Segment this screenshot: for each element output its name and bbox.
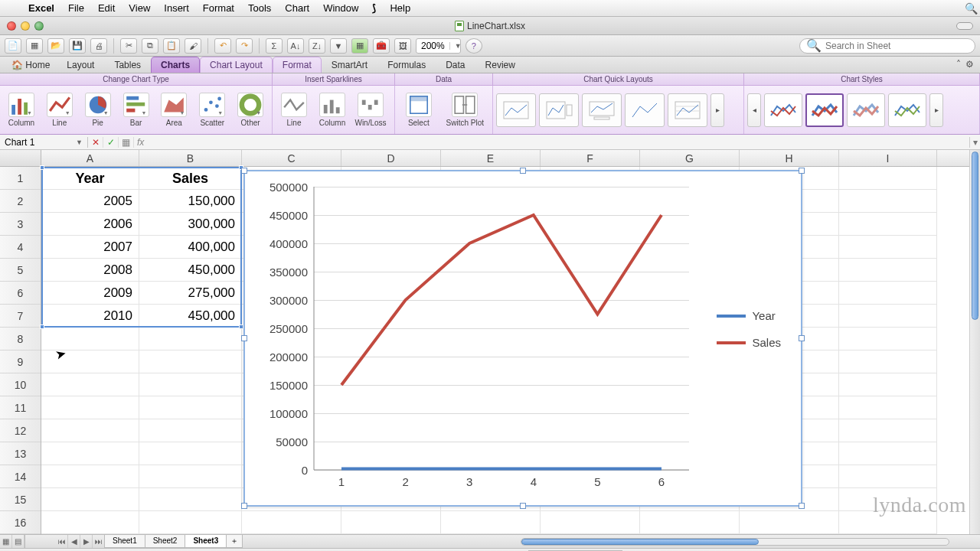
chart-legend[interactable]: YearSales [717,309,781,363]
tab-prev-icon[interactable]: ◀ [68,535,80,549]
cell-A14[interactable] [41,465,139,488]
print-button[interactable]: 🖨 [90,38,107,54]
spotlight-icon[interactable]: 🔍 [962,2,980,15]
close-icon[interactable] [7,21,16,31]
row-header-2[interactable]: 2 [0,190,41,213]
select-all-corner[interactable] [0,150,41,166]
cell-A15[interactable] [41,488,139,511]
cell-A10[interactable] [41,373,139,396]
help-button[interactable]: ? [466,38,482,54]
sort-desc-button[interactable]: Z↓ [309,38,325,54]
tab-chartlayout[interactable]: Chart Layout [200,57,273,73]
col-header-G[interactable]: G [640,150,740,166]
vertical-scrollbar[interactable] [969,150,980,534]
sheet-search-input[interactable] [825,41,969,51]
col-header-B[interactable]: B [139,150,242,166]
tab-next-icon[interactable]: ▶ [80,535,93,549]
col-header-A[interactable]: A [41,150,139,166]
chart-scatter-button[interactable]: ▼Scatter [194,93,230,127]
cell-I6[interactable] [839,282,937,305]
cell-I4[interactable] [839,236,937,259]
chart-style-next-icon[interactable]: ▸ [929,93,943,127]
cell-A2[interactable]: 2005 [41,190,139,213]
ribbon-settings-icon[interactable]: ⚙ [965,59,974,70]
quick-layout-3[interactable] [582,93,622,127]
chart-style-prev-icon[interactable]: ◂ [747,93,761,127]
cell-I11[interactable] [839,396,937,419]
cell-I2[interactable] [839,190,937,213]
cell-I3[interactable] [839,213,937,236]
name-box[interactable]: Chart 1▼ [0,137,88,148]
sort-asc-button[interactable]: A↓ [287,38,304,54]
cell-I14[interactable] [839,465,937,488]
view-page-icon[interactable]: ▤ [12,535,24,549]
format-painter-button[interactable]: 🖌 [185,38,201,54]
cell-I5[interactable] [839,259,937,282]
row-header-3[interactable]: 3 [0,213,41,236]
sheet-search[interactable]: 🔍 [799,38,975,54]
quick-layout-next-icon[interactable]: ▸ [710,93,724,127]
cell-I12[interactable] [839,419,937,442]
chart-series-sales[interactable] [341,215,662,385]
cell-A7[interactable]: 2010 [41,305,139,328]
view-normal-icon[interactable]: ▦ [0,535,12,549]
row-header-11[interactable]: 11 [0,396,41,419]
cell-A11[interactable] [41,396,139,419]
script-menu-icon[interactable]: ⟆ [365,2,383,14]
fx-builder-icon[interactable]: ▦ [119,137,134,148]
toolbox-button[interactable]: 🧰 [373,38,390,54]
cell-A16[interactable] [41,511,139,534]
quick-layout-2[interactable] [539,93,579,127]
copy-button[interactable]: ⧉ [142,38,158,54]
chart-style-3[interactable] [847,93,885,127]
chart-line-button[interactable]: ▼Line [41,93,78,127]
sparkline-line-button[interactable]: Line [276,93,312,127]
cell-I13[interactable] [839,442,937,465]
redo-button[interactable]: ↷ [236,38,253,54]
quick-layout-5[interactable] [668,93,707,127]
cell-B15[interactable] [139,488,242,511]
cell-B16[interactable] [139,511,242,534]
open-button[interactable]: 📂 [47,38,64,54]
cell-A13[interactable] [41,442,139,465]
cell-B12[interactable] [139,419,242,442]
cell-B13[interactable] [139,442,242,465]
quick-layout-1[interactable] [496,93,536,127]
row-header-14[interactable]: 14 [0,465,41,488]
tab-last-icon[interactable]: ⏭ [93,535,105,549]
embedded-chart[interactable]: 0500001000001500002000002500003000003500… [243,170,802,507]
ribbon-collapse-icon[interactable]: ˄ [956,59,961,70]
cell-A1[interactable]: Year [41,167,139,190]
tab-data[interactable]: Data [436,57,475,73]
col-header-C[interactable]: C [242,150,341,166]
row-header-1[interactable]: 1 [0,167,41,190]
hscroll-thumb[interactable] [521,539,759,545]
cell-I1[interactable] [839,167,937,190]
chart-column-button[interactable]: ▼Column [3,93,40,127]
col-header-F[interactable]: F [541,150,640,166]
menu-help[interactable]: Help [383,2,417,14]
save-button[interactable]: 💾 [69,38,86,54]
row-header-15[interactable]: 15 [0,488,41,511]
switch-plot-button[interactable]: Switch Plot [441,93,489,127]
quick-layout-4[interactable] [625,93,665,127]
cell-A8[interactable] [41,328,139,350]
chart-style-2[interactable] [805,93,844,127]
tab-format[interactable]: Format [273,57,322,73]
cell-A9[interactable] [41,350,139,373]
menu-chart[interactable]: Chart [278,2,316,14]
horizontal-scrollbar[interactable] [521,538,949,546]
col-header-E[interactable]: E [441,150,541,166]
new-doc-button[interactable]: 📄 [5,38,21,54]
tab-review[interactable]: Review [475,57,525,73]
row-header-13[interactable]: 13 [0,442,41,465]
chart-pie-button[interactable]: ▼Pie [80,93,116,127]
undo-button[interactable]: ↶ [214,38,231,54]
tab-first-icon[interactable]: ⏮ [56,535,68,549]
cell-A5[interactable]: 2008 [41,259,139,282]
minimize-icon[interactable] [21,21,30,31]
menu-tools[interactable]: Tools [241,2,278,14]
chart-area-button[interactable]: ▼Area [155,93,192,127]
chart-style-4[interactable] [888,93,926,127]
tab-home[interactable]: 🏠 Home [5,57,57,73]
